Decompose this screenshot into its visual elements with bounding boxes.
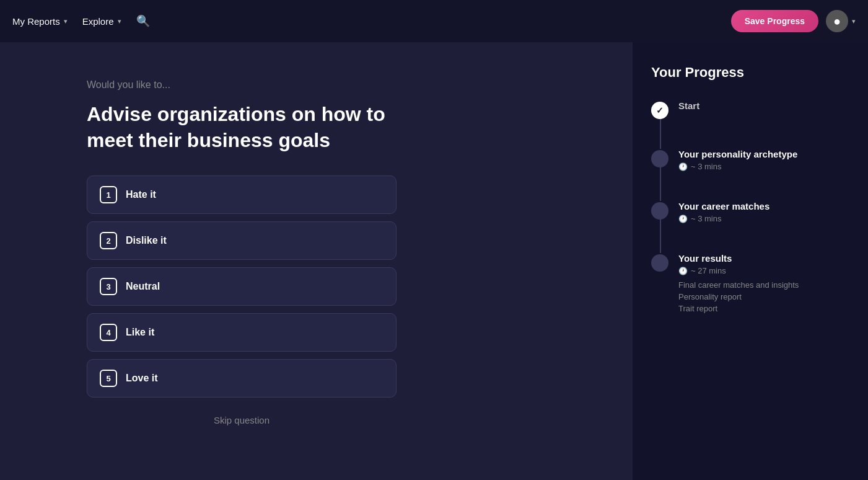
avatar-chevron-icon: ▾ bbox=[852, 17, 856, 25]
step-time-value-results: ~ 27 mins bbox=[691, 266, 726, 275]
step-career-matches: Your career matches 🕐 ~ 3 mins bbox=[651, 201, 849, 253]
right-panel: Your Progress ✓ Start Your personality a… bbox=[633, 42, 868, 480]
step-content-personality: Your personality archetype 🕐 ~ 3 mins bbox=[678, 149, 849, 171]
option-1-number: 1 bbox=[100, 186, 117, 203]
checkmark-icon: ✓ bbox=[656, 105, 664, 115]
clock-icon-personality: 🕐 bbox=[678, 162, 688, 171]
option-5[interactable]: 5 Love it bbox=[87, 359, 397, 398]
explore-label: Explore bbox=[82, 16, 114, 27]
avatar-button[interactable]: ● ▾ bbox=[826, 10, 856, 32]
my-reports-nav[interactable]: My Reports ▾ bbox=[12, 16, 68, 27]
option-2-label: Dislike it bbox=[126, 235, 167, 246]
option-3-label: Neutral bbox=[126, 281, 160, 292]
nav-right: Save Progress ● ▾ bbox=[731, 10, 856, 32]
step-dot-career bbox=[651, 202, 669, 220]
main-layout: Would you like to... Advise organization… bbox=[0, 42, 868, 480]
step-results: Your results 🕐 ~ 27 mins Final career ma… bbox=[651, 253, 849, 313]
sub-item-trait-report: Trait report bbox=[678, 304, 849, 313]
option-4[interactable]: 4 Like it bbox=[87, 313, 397, 352]
step-start: ✓ Start bbox=[651, 100, 849, 149]
step-name-results: Your results bbox=[678, 253, 849, 264]
option-2[interactable]: 2 Dislike it bbox=[87, 221, 397, 260]
step-name-start: Start bbox=[678, 100, 849, 111]
step-time-career: 🕐 ~ 3 mins bbox=[678, 214, 849, 223]
option-3[interactable]: 3 Neutral bbox=[87, 267, 397, 306]
step-time-value-personality: ~ 3 mins bbox=[691, 162, 722, 171]
option-1[interactable]: 1 Hate it bbox=[87, 176, 397, 214]
nav-left: My Reports ▾ Explore ▾ 🔍 bbox=[12, 14, 731, 28]
step-dot-results bbox=[651, 254, 669, 272]
option-1-label: Hate it bbox=[126, 189, 156, 200]
avatar-icon: ● bbox=[826, 10, 848, 32]
step-dot-start: ✓ bbox=[651, 102, 669, 119]
step-connector-1 bbox=[660, 118, 661, 149]
clock-icon-results: 🕐 bbox=[678, 267, 688, 275]
search-icon[interactable]: 🔍 bbox=[136, 14, 150, 28]
step-connector-2 bbox=[660, 166, 661, 201]
option-5-label: Love it bbox=[126, 373, 158, 384]
question-title: Advise organizations on how to meet thei… bbox=[87, 102, 397, 153]
navbar: My Reports ▾ Explore ▾ 🔍 Save Progress ●… bbox=[0, 0, 868, 42]
step-name-personality: Your personality archetype bbox=[678, 149, 849, 159]
left-panel: Would you like to... Advise organization… bbox=[0, 42, 633, 480]
option-2-number: 2 bbox=[100, 232, 117, 249]
step-time-value-career: ~ 3 mins bbox=[691, 214, 722, 223]
options-list: 1 Hate it 2 Dislike it 3 Neutral 4 Like … bbox=[87, 176, 397, 398]
option-4-number: 4 bbox=[100, 324, 117, 341]
step-dot-personality bbox=[651, 150, 669, 167]
clock-icon-career: 🕐 bbox=[678, 215, 688, 223]
explore-nav[interactable]: Explore ▾ bbox=[82, 16, 121, 27]
save-progress-button[interactable]: Save Progress bbox=[731, 10, 818, 32]
my-reports-chevron-icon: ▾ bbox=[64, 17, 68, 25]
step-content-results: Your results 🕐 ~ 27 mins Final career ma… bbox=[678, 253, 849, 313]
step-connector-3 bbox=[660, 218, 661, 253]
sub-item-personality-report: Personality report bbox=[678, 292, 849, 301]
skip-question-link[interactable]: Skip question bbox=[87, 415, 397, 425]
sub-item-final-career: Final career matches and insights bbox=[678, 280, 849, 290]
option-4-label: Like it bbox=[126, 327, 154, 338]
step-time-results: 🕐 ~ 27 mins bbox=[678, 266, 849, 275]
question-subtitle: Would you like to... bbox=[87, 79, 583, 91]
step-personality-archetype: Your personality archetype 🕐 ~ 3 mins bbox=[651, 149, 849, 201]
my-reports-label: My Reports bbox=[12, 16, 60, 27]
step-content-career: Your career matches 🕐 ~ 3 mins bbox=[678, 201, 849, 223]
step-sub-items-results: Final career matches and insights Person… bbox=[678, 280, 849, 313]
progress-title: Your Progress bbox=[651, 64, 849, 81]
option-5-number: 5 bbox=[100, 370, 117, 387]
option-3-number: 3 bbox=[100, 278, 117, 295]
step-content-start: Start bbox=[678, 100, 849, 113]
step-time-personality: 🕐 ~ 3 mins bbox=[678, 162, 849, 171]
progress-steps: ✓ Start Your personality archetype 🕐 ~ 3… bbox=[651, 100, 849, 313]
step-name-career: Your career matches bbox=[678, 201, 849, 211]
explore-chevron-icon: ▾ bbox=[118, 17, 121, 25]
